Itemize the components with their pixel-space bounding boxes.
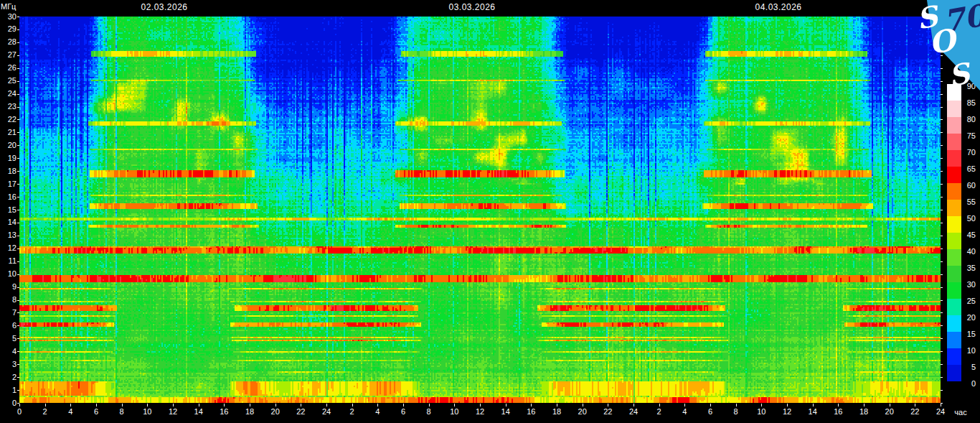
y-tick-label: 18 — [0, 167, 17, 175]
legend-tick-label: 75 — [963, 132, 976, 140]
legend-tick-label: 10 — [963, 347, 976, 355]
x-tick-mark — [608, 404, 608, 406]
x-tick-mark — [787, 404, 788, 406]
legend-tick-label: 30 — [963, 281, 976, 289]
legend-tick-label: 35 — [963, 264, 976, 272]
y-tick-label: 6 — [0, 322, 17, 330]
x-tick-label: 0 — [17, 408, 22, 416]
legend-color-band — [947, 117, 961, 134]
y-tick-mark — [17, 287, 19, 288]
x-tick-mark — [301, 404, 301, 406]
legend-tick-label: 45 — [963, 231, 976, 239]
x-tick-label: 4 — [682, 408, 687, 416]
x-tick-label: 6 — [401, 408, 405, 416]
date-label-day1: 02.03.2026 — [141, 3, 187, 12]
x-tick-mark — [941, 404, 941, 406]
y-tick-label: 14 — [0, 218, 17, 226]
y-tick-mark — [17, 171, 19, 172]
y-tick-mark — [17, 197, 19, 197]
y-tick-mark — [17, 81, 19, 82]
x-tick-label: 16 — [834, 408, 842, 416]
x-tick-label: 2 — [657, 408, 661, 416]
x-tick-mark — [199, 404, 199, 406]
x-tick-label: 8 — [734, 408, 738, 416]
y-tick-label: 12 — [0, 244, 17, 252]
x-tick-label: 20 — [271, 408, 280, 416]
x-tick-mark — [736, 404, 737, 406]
legend-color-band — [947, 150, 961, 167]
legend-tick-label: 20 — [963, 314, 976, 322]
y-tick-mark — [17, 17, 19, 17]
y-tick-mark-right — [941, 377, 943, 378]
y-tick-label: 27 — [0, 51, 17, 59]
y-tick-mark-right — [941, 248, 943, 249]
legend-color-band — [947, 365, 961, 381]
legend-color-band — [947, 332, 961, 348]
y-tick-mark-right — [941, 223, 943, 223]
y-tick-mark-right — [941, 287, 943, 288]
x-tick-label: 18 — [552, 408, 561, 416]
sos70-logo: S 70 O S — [911, 0, 980, 97]
y-tick-label: 13 — [0, 231, 17, 239]
y-tick-label: 1 — [0, 386, 17, 394]
y-tick-mark — [17, 42, 19, 43]
x-tick-label: 6 — [94, 408, 98, 416]
y-tick-label: 17 — [0, 180, 17, 188]
y-tick-mark — [17, 29, 19, 30]
x-tick-mark — [531, 404, 532, 406]
y-tick-mark — [17, 364, 19, 365]
legend-color-band — [947, 167, 961, 183]
y-tick-label: 22 — [0, 116, 17, 124]
legend-color-band — [947, 134, 961, 150]
y-tick-label: 5 — [0, 335, 17, 343]
x-tick-mark — [813, 404, 814, 406]
spectrum-monitor-screen: МГц 02.03.2026 03.03.2026 04.03.2026 302… — [0, 0, 980, 423]
legend-tick-label: 15 — [963, 330, 976, 338]
y-tick-label: 26 — [0, 64, 17, 72]
legend-color-band — [947, 101, 961, 117]
legend-color-band — [947, 249, 961, 266]
x-tick-label: 10 — [143, 408, 151, 416]
legend-color-band — [947, 282, 961, 299]
y-tick-mark — [17, 145, 19, 146]
x-tick-mark — [454, 404, 455, 406]
y-tick-label: 24 — [0, 90, 17, 98]
x-tick-mark — [710, 404, 711, 406]
y-tick-label: 4 — [0, 348, 17, 355]
y-tick-label: 8 — [0, 296, 17, 304]
y-tick-mark — [17, 68, 19, 69]
y-tick-mark — [17, 351, 19, 352]
y-tick-mark — [17, 158, 19, 159]
x-tick-label: 14 — [809, 408, 817, 416]
x-tick-mark — [429, 404, 430, 406]
y-tick-label: 28 — [0, 38, 17, 46]
legend-tick-label: 40 — [963, 248, 976, 256]
y-axis-unit-label: МГц — [1, 2, 16, 11]
y-tick-mark-right — [941, 184, 943, 185]
x-tick-label: 12 — [169, 408, 177, 416]
y-tick-label: 19 — [0, 154, 17, 162]
x-tick-mark — [326, 404, 327, 406]
y-tick-mark — [17, 210, 19, 210]
y-tick-mark-right — [941, 119, 943, 120]
y-tick-label: 30 — [0, 13, 17, 21]
legend-color-band — [947, 266, 961, 282]
x-tick-label: 22 — [910, 408, 919, 416]
legend-tick-label: 0 — [963, 380, 976, 388]
y-tick-mark-right — [941, 171, 943, 172]
x-tick-mark — [377, 404, 378, 406]
x-tick-mark — [915, 404, 915, 406]
legend-color-band — [947, 200, 961, 216]
y-tick-mark — [17, 248, 19, 249]
x-tick-label: 10 — [757, 408, 765, 416]
x-tick-label: 12 — [476, 408, 484, 416]
y-tick-mark-right — [941, 325, 943, 326]
legend-tick-label: 25 — [963, 297, 976, 305]
x-tick-label: 16 — [220, 408, 228, 416]
y-tick-label: 0 — [0, 399, 17, 407]
x-tick-mark — [557, 404, 557, 406]
y-tick-mark-right — [941, 364, 943, 365]
x-tick-label: 22 — [603, 408, 612, 416]
x-tick-label: 24 — [322, 408, 331, 416]
y-tick-mark-right — [941, 158, 943, 159]
